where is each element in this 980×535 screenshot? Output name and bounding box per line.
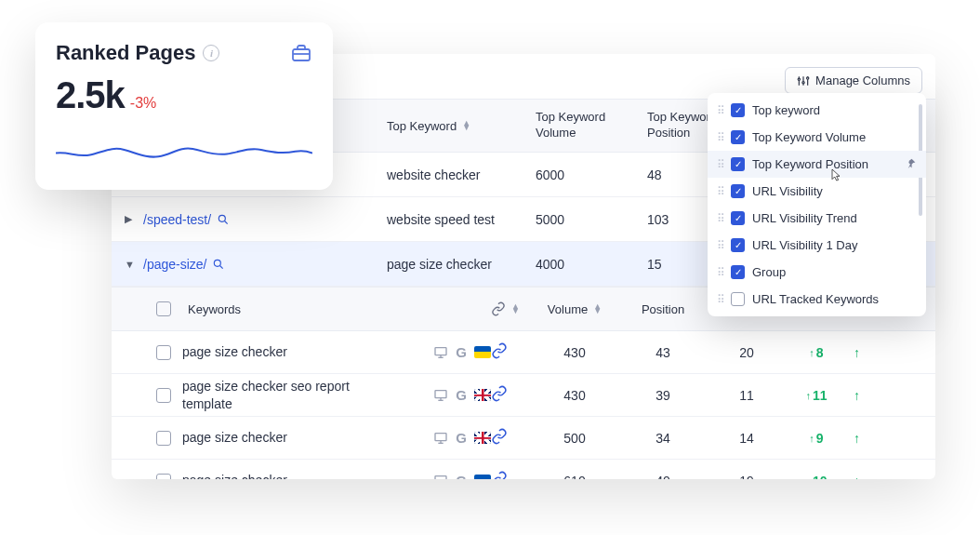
cell-volume: 610 [528, 474, 621, 480]
column-option-label: Top Keyword Volume [752, 130, 866, 144]
column-option[interactable]: ⠿ ✓ Top keyword [708, 97, 926, 124]
checkbox[interactable]: ✓ [731, 265, 745, 279]
nested-row[interactable]: page size checker G 430 43 20 ↑8 ↑ [112, 331, 935, 374]
manage-columns-label: Manage Columns [815, 74, 910, 87]
sort-icon [593, 304, 602, 314]
search-icon[interactable] [217, 213, 230, 226]
link-icon [491, 385, 508, 402]
svg-point-9 [215, 260, 221, 266]
google-icon: G [456, 430, 467, 446]
checkbox[interactable] [156, 345, 171, 360]
nested-row[interactable]: page size checker G 610 40 19 ↑10 ↑ [112, 460, 935, 479]
checkbox[interactable] [156, 474, 171, 480]
url-path[interactable]: /speed-test/ [143, 212, 387, 227]
sort-icon [511, 304, 520, 314]
checkbox[interactable]: ✓ [731, 103, 745, 117]
search-icon[interactable] [212, 258, 225, 271]
cell-volume: 430 [528, 345, 621, 360]
link-cell[interactable] [491, 471, 528, 479]
cell-extra: 14 [705, 431, 788, 446]
drag-handle-icon[interactable]: ⠿ [717, 293, 723, 306]
manage-columns-button[interactable]: Manage Columns [785, 67, 922, 94]
flag-icon [474, 389, 491, 401]
arrow-up-icon: ↑ [805, 475, 811, 480]
column-option[interactable]: ⠿ URL Tracked Keywords [708, 286, 926, 313]
card-title-text: Ranked Pages [56, 41, 195, 65]
drag-handle-icon[interactable]: ⠿ [717, 185, 723, 198]
cell-extra: 20 [705, 345, 788, 360]
column-manager-dropdown[interactable]: ⠿ ✓ Top keyword ⠿ ✓ Top Keyword Volume ⠿… [708, 93, 926, 316]
link-cell[interactable] [491, 428, 528, 448]
column-option[interactable]: ⠿ ✓ URL Visibility 1 Day [708, 232, 926, 259]
pin-icon[interactable] [905, 157, 917, 172]
column-option-label: Group [752, 265, 786, 279]
arrow-up-icon: ↑ [854, 474, 860, 480]
drag-handle-icon[interactable]: ⠿ [717, 239, 723, 252]
checkbox[interactable] [731, 292, 745, 306]
col-top-keyword[interactable]: Top Keyword [387, 119, 536, 133]
column-option[interactable]: ⠿ ✓ Top Keyword Volume [708, 124, 926, 151]
col-position[interactable]: Position [621, 302, 705, 316]
svg-point-5 [802, 81, 804, 83]
svg-point-6 [807, 76, 809, 78]
svg-rect-17 [435, 433, 446, 440]
ranked-pages-card: Ranked Pages i 2.5k -3% [35, 22, 333, 190]
arrow-up-icon: ↑ [805, 390, 811, 401]
checkbox[interactable]: ✓ [731, 238, 745, 252]
google-icon: G [456, 387, 467, 403]
nested-row[interactable]: page size checker seo report template G … [112, 374, 935, 417]
svg-rect-20 [435, 475, 446, 479]
url-path[interactable]: /page-size/ [143, 257, 387, 272]
cell-position: 39 [621, 388, 705, 403]
column-option-label: URL Visibility 1 Day [752, 238, 857, 252]
checkbox[interactable]: ✓ [731, 130, 745, 144]
cell-position: 34 [621, 431, 705, 446]
metric-delta: -3% [130, 95, 156, 112]
checkbox[interactable] [156, 301, 171, 316]
column-option-label: URL Tracked Keywords [752, 292, 879, 306]
svg-line-10 [220, 265, 223, 268]
col-link[interactable] [491, 301, 528, 316]
chevron-down-icon[interactable]: ▼ [125, 259, 143, 270]
column-option-label: URL Visibility Trend [752, 211, 857, 225]
chevron-right-icon[interactable]: ▶ [125, 213, 143, 225]
drag-handle-icon[interactable]: ⠿ [717, 131, 723, 144]
column-option[interactable]: ⠿ ✓ URL Visibility Trend [708, 205, 926, 232]
cell-delta: ↑8 [788, 345, 844, 360]
nested-row[interactable]: page size checker G 500 34 14 ↑9 ↑ [112, 417, 935, 460]
flag-icon [474, 346, 491, 358]
drag-handle-icon[interactable]: ⠿ [717, 158, 723, 171]
cell-delta: ↑10 [788, 474, 844, 480]
cell-volume: 5000 [536, 212, 647, 227]
column-option[interactable]: ⠿ ✓ Top Keyword Position [708, 151, 926, 178]
col-keywords[interactable]: Keywords [156, 301, 398, 316]
svg-rect-14 [435, 390, 446, 397]
arrow-up-icon: ↑ [854, 345, 860, 360]
checkbox[interactable]: ✓ [731, 184, 745, 198]
checkbox[interactable]: ✓ [731, 157, 745, 171]
cell-position: 40 [621, 474, 705, 480]
cell-position: 43 [621, 345, 705, 360]
drag-handle-icon[interactable]: ⠿ [717, 266, 723, 279]
drag-handle-icon[interactable]: ⠿ [717, 104, 723, 117]
desktop-icon [433, 431, 448, 446]
col-top-keyword-volume[interactable]: Top Keyword Volume [536, 110, 647, 141]
arrow-up-icon: ↑ [854, 388, 860, 403]
drag-handle-icon[interactable]: ⠿ [717, 212, 723, 225]
link-cell[interactable] [491, 385, 528, 405]
desktop-icon [433, 474, 448, 480]
toolbox-icon[interactable] [290, 42, 312, 64]
checkbox[interactable]: ✓ [731, 211, 745, 225]
link-cell[interactable] [491, 342, 528, 362]
column-option[interactable]: ⠿ ✓ Group [708, 259, 926, 286]
checkbox[interactable] [156, 431, 171, 446]
desktop-icon [433, 388, 448, 403]
col-volume[interactable]: Volume [528, 302, 621, 316]
column-option[interactable]: ⠿ ✓ URL Visibility [708, 178, 926, 205]
column-option-label: Top keyword [752, 103, 820, 117]
google-icon: G [456, 344, 467, 360]
cell-volume: 430 [528, 388, 621, 403]
column-option-label: URL Visibility [752, 184, 823, 198]
checkbox[interactable] [156, 388, 171, 403]
info-icon[interactable]: i [203, 45, 219, 61]
